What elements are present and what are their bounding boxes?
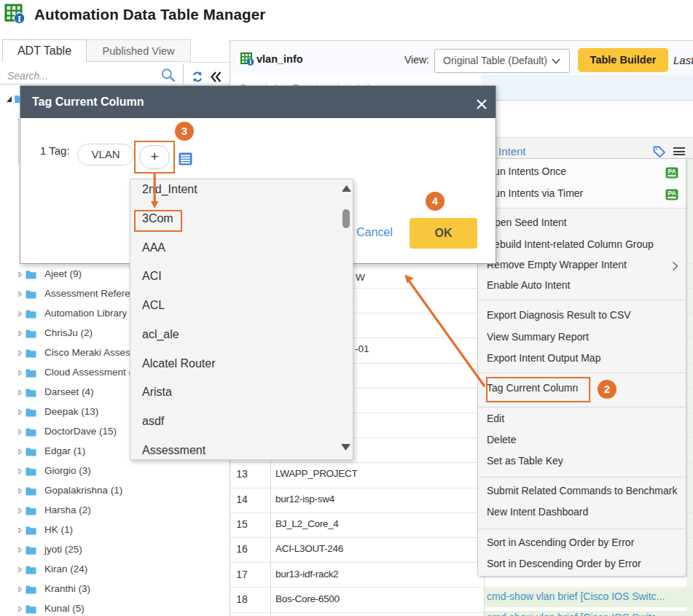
svg-text:I: I [17, 13, 21, 24]
svg-text:PA: PA [667, 190, 676, 197]
svg-text:PA: PA [667, 168, 676, 175]
